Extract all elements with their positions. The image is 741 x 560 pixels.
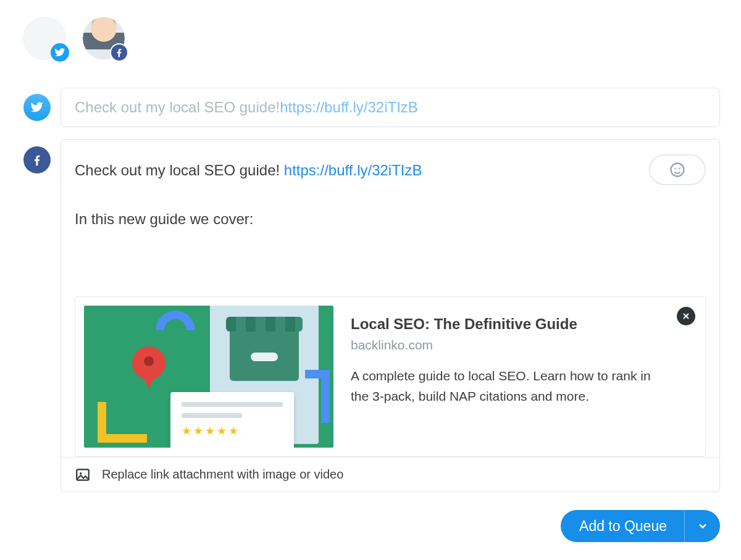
account-facebook[interactable] [83,17,125,59]
twitter-icon [23,94,51,121]
composer-text: Check out my local SEO guide! [75,99,280,116]
composer-link[interactable]: https://buff.ly/32iTIzB [284,162,422,178]
submit-controls: Add to Queue [561,510,720,542]
facebook-icon [110,43,128,62]
replace-attachment-button[interactable]: Replace link attachment with image or vi… [61,457,719,491]
facebook-composer: Check out my local SEO guide! https://bu… [61,139,720,492]
link-preview-thumbnail: ★★★★★ [75,297,342,456]
svg-point-1 [674,168,676,169]
account-twitter[interactable] [23,17,65,59]
facebook-icon [23,146,51,173]
composer-text: Check out my local SEO guide! [75,162,284,178]
composer-link: https://buff.ly/32iTIzB [280,99,418,116]
composer-textarea[interactable]: Check out my local SEO guide! https://bu… [75,158,706,282]
svg-point-4 [80,472,82,474]
link-preview-description: A complete guide to local SEO. Learn how… [351,366,668,406]
remove-link-preview-button[interactable] [677,307,695,325]
svg-point-2 [679,168,680,169]
replace-attachment-label: Replace link attachment with image or vi… [102,467,343,482]
connected-accounts [23,17,125,59]
close-icon [682,312,690,320]
link-preview-title: Local SEO: The Definitive Guide [351,316,668,333]
link-preview: ★★★★★ Local SEO: The Definitive Guide ba… [75,296,706,457]
emoji-picker-button[interactable] [649,154,706,185]
svg-point-0 [671,164,684,177]
image-icon [75,467,91,483]
chevron-down-icon [697,520,709,532]
link-preview-domain: backlinko.com [351,338,668,353]
emoji-icon [669,161,686,178]
add-to-queue-dropdown[interactable] [684,510,720,542]
twitter-composer[interactable]: Check out my local SEO guide! https://bu… [61,88,720,127]
composer-text-2: In this new guide we cover: [75,211,254,227]
twitter-icon [51,43,69,62]
add-to-queue-button[interactable]: Add to Queue [561,510,684,542]
